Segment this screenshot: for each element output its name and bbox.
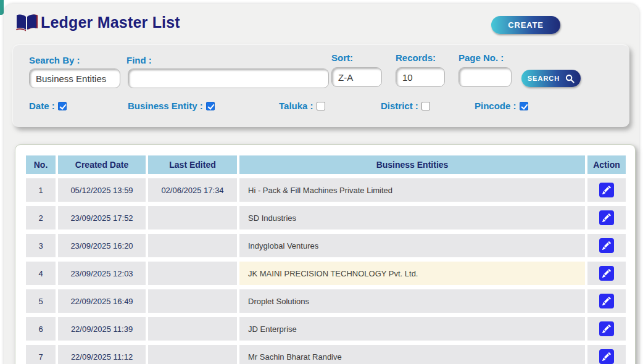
search-button[interactable]: SEARCH (521, 70, 581, 87)
created-date-cell: 05/12/2025 13:59 (58, 178, 146, 202)
business-entity-cell[interactable]: Hi - Pack & Fill Machines Private Limite… (239, 178, 585, 202)
created-date-cell: 23/09/2025 12:03 (58, 262, 146, 285)
district-checkbox[interactable] (421, 102, 430, 110)
row-number-cell: 3 (26, 234, 56, 257)
created-date-cell: 22/09/2025 16:49 (58, 289, 146, 313)
action-cell (587, 289, 626, 313)
row-number-cell: 2 (26, 206, 56, 230)
row-number-cell: 5 (26, 289, 56, 313)
records-input[interactable] (396, 67, 445, 87)
search-by-label: Search By : (29, 55, 80, 65)
business-entity-cell[interactable]: JD Enterprise (239, 317, 585, 341)
date-checkbox[interactable] (58, 102, 67, 110)
edit-button[interactable] (599, 294, 614, 308)
edit-icon (602, 352, 611, 361)
filter-label: Pincode : (475, 101, 516, 111)
pincode-checkbox[interactable] (520, 102, 528, 110)
sort-label: Sort: (331, 52, 353, 63)
edit-icon (602, 297, 611, 305)
last-edited-cell (148, 317, 237, 341)
row-number-cell: 1 (26, 178, 56, 202)
filter-pincode: Pincode : (475, 101, 528, 112)
page-no-label: Page No. : (458, 52, 504, 63)
row-number-cell: 6 (26, 317, 56, 341)
business-entity-cell[interactable]: Droplet Solutions (239, 289, 585, 313)
edit-icon (602, 269, 611, 278)
business-entity-cell[interactable]: SD Industries (239, 206, 585, 230)
table-row: 423/09/2025 12:03JK MAINI PRECISION TECH… (26, 262, 626, 285)
page-no-input[interactable] (458, 67, 512, 87)
table-row: 105/12/2025 13:5902/06/2025 17:34Hi - Pa… (26, 178, 626, 202)
table-body: 105/12/2025 13:5902/06/2025 17:34Hi - Pa… (26, 178, 626, 364)
created-date-cell: 23/09/2025 16:20 (58, 234, 146, 257)
find-input[interactable] (128, 68, 329, 88)
table-row: 323/09/2025 16:20Indyglobal Ventures (26, 234, 626, 257)
last-edited-cell (148, 262, 237, 285)
column-header-business-entities: Business Entities (239, 155, 585, 174)
ledger-table: No.Created DateLast EditedBusiness Entit… (23, 151, 628, 364)
filter-taluka: Taluka : (279, 101, 325, 112)
edit-button[interactable] (599, 349, 614, 364)
table-header-row: No.Created DateLast EditedBusiness Entit… (26, 155, 626, 174)
edit-button[interactable] (599, 210, 614, 225)
last-edited-cell: 02/06/2025 17:34 (148, 178, 237, 202)
last-edited-cell (148, 345, 237, 364)
ledger-table-card: No.Created DateLast EditedBusiness Entit… (15, 144, 636, 364)
edit-button[interactable] (599, 266, 614, 281)
action-cell (587, 262, 626, 285)
column-header-no: No. (26, 155, 56, 174)
edit-button[interactable] (599, 238, 614, 253)
created-date-cell: 22/09/2025 11:39 (58, 317, 146, 341)
edit-button[interactable] (599, 321, 614, 336)
row-number-cell: 7 (26, 345, 56, 364)
business-entity-cell[interactable]: JK MAINI PRECISION TECHNOLOGY Pvt. Ltd. (239, 262, 585, 285)
action-cell (587, 206, 626, 230)
sort-input[interactable] (331, 67, 382, 87)
column-header-created-date: Created Date (58, 155, 146, 174)
filter-label: District : (381, 101, 418, 111)
filter-label: Taluka : (279, 101, 313, 111)
filter-label: Business Entity : (128, 101, 203, 111)
table-row: 722/09/2025 11:12Mr Sachin Bharat Randiv… (26, 345, 626, 364)
filter-label: Date : (29, 101, 55, 111)
filter-business-entity: Business Entity : (128, 101, 215, 112)
create-button[interactable]: CREATE (491, 16, 560, 34)
edit-button[interactable] (599, 183, 614, 197)
created-date-cell: 23/09/2025 17:52 (58, 206, 146, 230)
filter-district: District : (381, 101, 430, 112)
find-label: Find : (127, 55, 152, 65)
table-row: 622/09/2025 11:39JD Enterprise (26, 317, 626, 341)
business-entity-checkbox[interactable] (206, 102, 215, 110)
edit-icon (602, 241, 611, 250)
search-panel: Search By : Find : Sort: Records: Page N… (12, 44, 629, 127)
table-row: 223/09/2025 17:52SD Industries (26, 206, 626, 230)
edit-icon (602, 213, 611, 222)
edit-icon (602, 325, 611, 333)
search-by-select[interactable] (29, 68, 120, 88)
search-icon (565, 74, 575, 83)
taluka-checkbox[interactable] (317, 102, 325, 110)
action-cell (587, 317, 626, 341)
search-button-label: SEARCH (528, 75, 560, 82)
action-cell (587, 178, 626, 202)
last-edited-cell (148, 289, 237, 313)
filter-row: Date :Business Entity :Taluka :District … (13, 101, 629, 117)
ledger-book-icon (15, 13, 39, 35)
page-title: Ledger Master List (41, 14, 180, 31)
last-edited-cell (148, 234, 237, 257)
column-header-action: Action (587, 155, 626, 174)
table-row: 522/09/2025 16:49Droplet Solutions (26, 289, 626, 313)
filter-date: Date : (29, 101, 67, 112)
created-date-cell: 22/09/2025 11:12 (58, 345, 146, 364)
action-cell (587, 234, 626, 257)
last-edited-cell (148, 206, 237, 230)
row-number-cell: 4 (26, 262, 56, 285)
business-entity-cell[interactable]: Mr Sachin Bharat Randive (239, 345, 585, 364)
records-label: Records: (396, 52, 436, 63)
edit-icon (602, 186, 611, 194)
business-entity-cell[interactable]: Indyglobal Ventures (239, 234, 585, 257)
page-header: Ledger Master List CREATE (4, 4, 639, 44)
column-header-last-edited: Last Edited (148, 155, 237, 174)
main-card: Ledger Master List CREATE Search By : Fi… (4, 4, 639, 364)
action-cell (587, 345, 626, 364)
